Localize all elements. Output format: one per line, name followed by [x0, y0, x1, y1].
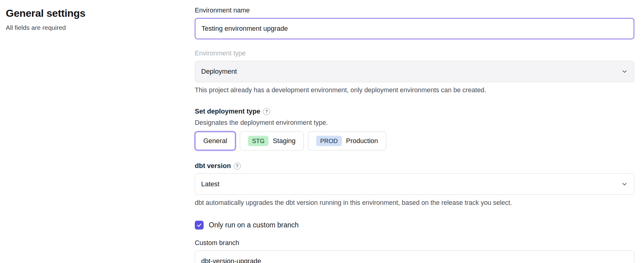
page-subtitle: All fields are required	[6, 24, 195, 31]
deployment-type-production-button[interactable]: PROD Production	[308, 132, 386, 150]
help-icon[interactable]: ?	[234, 163, 241, 170]
chevron-down-icon	[621, 68, 628, 75]
custom-branch-label: Custom branch	[195, 239, 634, 247]
production-badge: PROD	[316, 136, 342, 146]
help-icon[interactable]: ?	[263, 108, 270, 115]
environment-type-label: Environment type	[195, 50, 634, 57]
staging-badge: STG	[248, 136, 268, 146]
environment-type-field: Environment type Deployment This project…	[195, 50, 634, 94]
environment-name-label: Environment name	[195, 7, 634, 14]
dbt-version-field: dbt version ? Latest dbt automatically u…	[195, 162, 634, 207]
custom-branch-checkbox-label[interactable]: Only run on a custom branch	[209, 221, 299, 229]
settings-header: General settings All fields are required	[0, 5, 195, 263]
dbt-version-helper: dbt automatically upgrades the dbt versi…	[195, 199, 634, 207]
environment-type-value: Deployment	[201, 68, 237, 75]
custom-branch-checkbox-row: Only run on a custom branch	[195, 221, 634, 230]
environment-name-input[interactable]	[195, 18, 634, 39]
dbt-version-select[interactable]: Latest	[195, 174, 634, 195]
check-icon	[196, 222, 202, 228]
environment-settings-page: General settings All fields are required…	[0, 0, 644, 263]
deployment-type-label: Set deployment type	[195, 107, 260, 115]
deployment-type-description: Designates the deployment environment ty…	[195, 119, 634, 127]
dbt-version-value: Latest	[201, 180, 219, 188]
environment-type-select[interactable]: Deployment	[195, 61, 634, 82]
custom-branch-checkbox[interactable]	[195, 221, 204, 230]
environment-name-field: Environment name	[195, 7, 634, 39]
chevron-down-icon	[621, 181, 628, 188]
deployment-type-general-button[interactable]: General	[195, 132, 236, 150]
custom-branch-input[interactable]	[195, 251, 634, 263]
deployment-type-label-row: Set deployment type ?	[195, 107, 634, 115]
dbt-version-label-row: dbt version ?	[195, 162, 634, 170]
environment-settings-form: Environment name Environment type Deploy…	[195, 5, 634, 263]
deployment-type-staging-label: Staging	[273, 137, 296, 145]
custom-branch-field: Custom branch	[195, 239, 634, 263]
deployment-type-options: General STG Staging PROD Production	[195, 132, 634, 150]
deployment-type-field: Set deployment type ? Designates the dep…	[195, 107, 634, 150]
deployment-type-general-label: General	[203, 137, 227, 145]
page-title: General settings	[6, 7, 195, 19]
deployment-type-production-label: Production	[346, 137, 378, 145]
dbt-version-label: dbt version	[195, 162, 231, 170]
environment-type-helper: This project already has a development e…	[195, 86, 634, 94]
deployment-type-staging-button[interactable]: STG Staging	[240, 132, 304, 150]
